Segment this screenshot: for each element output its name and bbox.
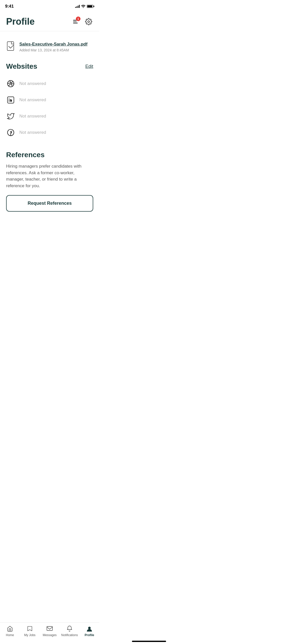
notifications-list-button[interactable]: 1 <box>71 17 80 26</box>
references-description: Hiring managers prefer candidates with r… <box>6 163 93 189</box>
references-section: References Hiring managers prefer candid… <box>0 143 99 217</box>
website-facebook-text: Not answered <box>19 130 46 135</box>
signal-bars-icon <box>75 5 80 8</box>
status-bar: 9:41 <box>0 0 99 11</box>
wifi-icon <box>81 5 85 8</box>
resume-section: Sales-Executive-Sarah Jonas.pdf Added Ma… <box>0 36 99 57</box>
references-title: References <box>6 151 93 159</box>
website-item-facebook: Not answered <box>6 124 93 141</box>
header-actions: 1 <box>71 17 93 26</box>
notification-badge: 1 <box>76 17 80 21</box>
status-time: 9:41 <box>5 4 14 9</box>
main-content: Profile 1 <box>0 11 99 242</box>
gear-icon <box>85 18 92 25</box>
status-icons <box>75 5 94 8</box>
website-item-linkedin: Not answered <box>6 92 93 108</box>
websites-section-header: Websites Edit <box>6 62 93 70</box>
resume-filename[interactable]: Sales-Executive-Sarah Jonas.pdf <box>19 41 93 47</box>
svg-point-0 <box>88 21 90 23</box>
websites-edit-button[interactable]: Edit <box>85 64 93 69</box>
website-twitter-text: Not answered <box>19 114 46 119</box>
resume-info: Sales-Executive-Sarah Jonas.pdf Added Ma… <box>19 41 93 52</box>
twitter-icon <box>6 112 15 121</box>
battery-icon <box>87 5 94 8</box>
website-link-text: Not answered <box>19 81 46 86</box>
facebook-icon <box>6 128 15 137</box>
websites-title: Websites <box>6 62 37 70</box>
request-references-button[interactable]: Request References <box>6 195 93 212</box>
linkedin-icon <box>6 95 15 105</box>
link-icon <box>6 79 15 88</box>
page-title: Profile <box>6 16 35 27</box>
website-linkedin-text: Not answered <box>19 97 46 103</box>
file-icon <box>6 41 16 51</box>
resume-date: Added Mar 13, 2024 at 8:45AM <box>19 48 93 52</box>
settings-button[interactable] <box>84 17 93 26</box>
website-item-link: Not answered <box>6 76 93 92</box>
website-item-twitter: Not answered <box>6 108 93 124</box>
header-divider <box>0 31 99 31</box>
page-header: Profile 1 <box>0 11 99 31</box>
websites-section: Websites Edit Not answered Not answered <box>0 57 99 143</box>
